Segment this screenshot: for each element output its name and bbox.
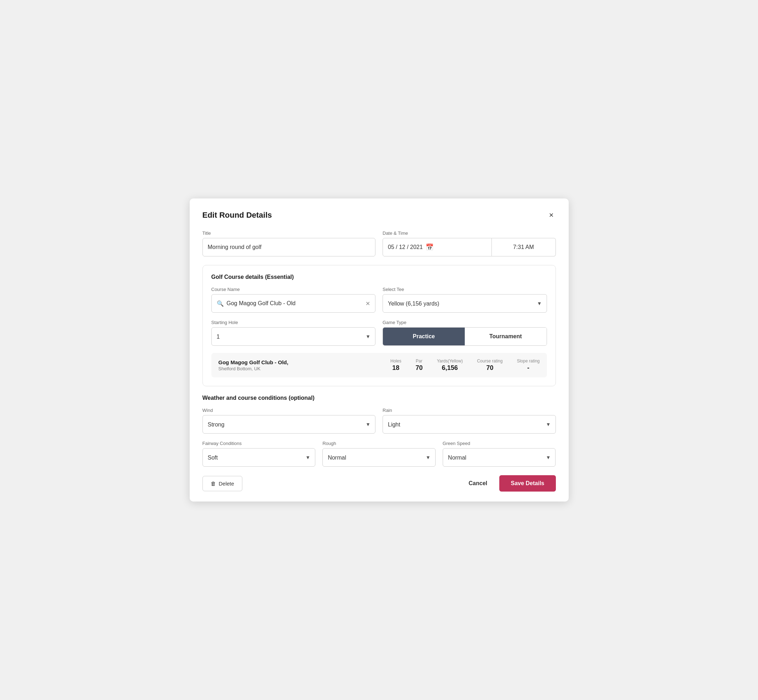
holes-value: 18 (392, 364, 399, 372)
rough-select-wrap: ShortNormalLong ▼ (323, 448, 435, 467)
par-stat: Par 70 (416, 359, 423, 372)
calendar-icon: 📅 (426, 243, 434, 251)
weather-title: Weather and course conditions (optional) (202, 395, 556, 401)
rain-dropdown[interactable]: NoneLightModerateHeavy (382, 415, 556, 434)
yards-value: 6,156 (442, 364, 458, 372)
course-rating-stat: Course rating 70 (477, 359, 503, 372)
course-rating-value: 70 (486, 364, 493, 372)
save-button[interactable]: Save Details (499, 475, 556, 492)
time-value: 7:31 AM (513, 244, 534, 250)
datetime-field-group: Date & Time 05 / 12 / 2021 📅 7:31 AM (382, 230, 556, 256)
hole-gametype-row: Starting Hole 1234 5678 910 ▼ Game Type … (211, 320, 547, 346)
course-name-group: Course Name 🔍 ✕ (211, 287, 376, 312)
course-name-label: Course Name (211, 287, 376, 292)
holes-label: Holes (390, 359, 401, 364)
search-icon: 🔍 (217, 300, 224, 307)
green-speed-group: Green Speed SlowNormalFastVery Fast ▼ (443, 441, 556, 467)
footer-right: Cancel Save Details (465, 475, 556, 492)
fairway-dropdown[interactable]: DrySoftNormalWet (202, 448, 316, 467)
yards-label: Yards(Yellow) (437, 359, 463, 364)
course-name-input[interactable] (227, 300, 363, 306)
rain-group: Rain NoneLightModerateHeavy ▼ (382, 408, 556, 434)
holes-stat: Holes 18 (390, 359, 401, 372)
delete-button[interactable]: 🗑 Delete (202, 476, 242, 491)
title-input[interactable] (202, 238, 376, 256)
par-value: 70 (416, 364, 423, 372)
slope-rating-label: Slope rating (517, 359, 539, 364)
fairway-label: Fairway Conditions (202, 441, 316, 446)
course-rating-label: Course rating (477, 359, 503, 364)
fairway-group: Fairway Conditions DrySoftNormalWet ▼ (202, 441, 316, 467)
close-button[interactable]: × (547, 210, 556, 220)
course-info-name: Gog Magog Golf Club - Old, (219, 359, 376, 365)
wind-rain-row: Wind CalmLightModerate StrongVery Strong… (202, 408, 556, 434)
course-info-name-location: Gog Magog Golf Club - Old, Shelford Bott… (219, 359, 376, 371)
green-speed-dropdown[interactable]: SlowNormalFastVery Fast (443, 448, 556, 467)
conditions-row: Fairway Conditions DrySoftNormalWet ▼ Ro… (202, 441, 556, 467)
rough-dropdown[interactable]: ShortNormalLong (323, 448, 435, 467)
datetime-label: Date & Time (382, 230, 556, 236)
game-type-label: Game Type (382, 320, 547, 325)
par-label: Par (416, 359, 423, 364)
top-fields: Title Date & Time 05 / 12 / 2021 📅 7:31 … (202, 230, 556, 256)
game-type-toggle: Practice Tournament (382, 327, 547, 346)
rough-group: Rough ShortNormalLong ▼ (323, 441, 435, 467)
modal-title: Edit Round Details (202, 211, 272, 220)
rain-select-wrap: NoneLightModerateHeavy ▼ (382, 415, 556, 434)
wind-dropdown[interactable]: CalmLightModerate StrongVery Strong (202, 415, 376, 434)
starting-hole-label: Starting Hole (211, 320, 376, 325)
game-type-group: Game Type Practice Tournament (382, 320, 547, 346)
starting-hole-group: Starting Hole 1234 5678 910 ▼ (211, 320, 376, 346)
course-info-location: Shelford Bottom, UK (219, 366, 376, 371)
rain-label: Rain (382, 408, 556, 413)
golf-section-title: Golf Course details (Essential) (211, 274, 547, 280)
wind-select-wrap: CalmLightModerate StrongVery Strong ▼ (202, 415, 376, 434)
wind-group: Wind CalmLightModerate StrongVery Strong… (202, 408, 376, 434)
starting-hole-dropdown[interactable]: 1234 5678 910 (211, 327, 376, 346)
tournament-button[interactable]: Tournament (465, 328, 547, 345)
datetime-row: 05 / 12 / 2021 📅 7:31 AM (382, 238, 556, 256)
yards-stat: Yards(Yellow) 6,156 (437, 359, 463, 372)
trash-icon: 🗑 (211, 481, 216, 487)
slope-rating-stat: Slope rating - (517, 359, 539, 372)
time-display[interactable]: 7:31 AM (492, 238, 556, 256)
course-tee-row: Course Name 🔍 ✕ Select Tee Yellow (6,156… (211, 287, 547, 312)
title-label: Title (202, 230, 376, 236)
footer-row: 🗑 Delete Cancel Save Details (202, 475, 556, 492)
delete-label: Delete (219, 481, 234, 487)
starting-hole-wrap: 1234 5678 910 ▼ (211, 327, 376, 346)
golf-course-section: Golf Course details (Essential) Course N… (202, 265, 556, 386)
select-tee-group: Select Tee Yellow (6,156 yards) White Re… (382, 287, 547, 312)
clear-course-button[interactable]: ✕ (365, 300, 370, 307)
modal-header: Edit Round Details × (202, 210, 556, 220)
course-search-wrap: 🔍 ✕ (211, 294, 376, 312)
select-tee-label: Select Tee (382, 287, 547, 292)
wind-label: Wind (202, 408, 376, 413)
practice-button[interactable]: Practice (383, 328, 465, 345)
select-tee-wrap: Yellow (6,156 yards) White Red Blue ▼ (382, 294, 547, 312)
slope-rating-value: - (527, 364, 529, 372)
green-speed-select-wrap: SlowNormalFastVery Fast ▼ (443, 448, 556, 467)
title-field-group: Title (202, 230, 376, 256)
course-info-card: Gog Magog Golf Club - Old, Shelford Bott… (211, 353, 547, 377)
green-speed-label: Green Speed (443, 441, 556, 446)
date-display[interactable]: 05 / 12 / 2021 📅 (382, 238, 492, 256)
fairway-select-wrap: DrySoftNormalWet ▼ (202, 448, 316, 467)
rough-label: Rough (323, 441, 435, 446)
select-tee-dropdown[interactable]: Yellow (6,156 yards) White Red Blue (382, 294, 547, 312)
date-value: 05 / 12 / 2021 (388, 244, 423, 250)
weather-section: Weather and course conditions (optional)… (202, 395, 556, 467)
edit-round-modal: Edit Round Details × Title Date & Time 0… (190, 198, 568, 502)
cancel-button[interactable]: Cancel (465, 476, 491, 491)
